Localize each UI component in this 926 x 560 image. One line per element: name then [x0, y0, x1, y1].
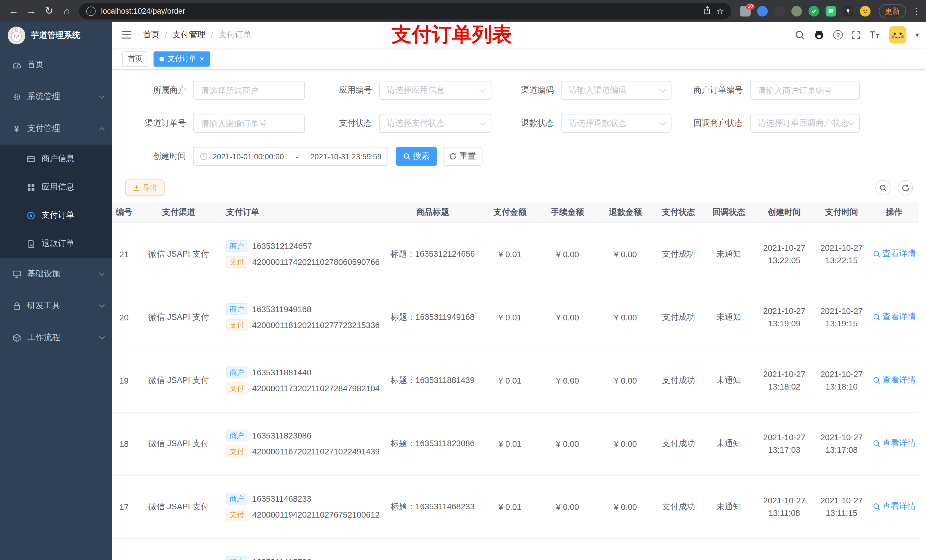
sidebar-collapse-icon[interactable] — [121, 30, 132, 39]
channel-order-no-input[interactable] — [193, 114, 305, 133]
merchant-filter-input[interactable] — [193, 81, 305, 100]
cell-id: 18 — [112, 412, 136, 475]
extension-chat-icon[interactable] — [826, 6, 836, 16]
share-icon[interactable] — [703, 6, 711, 16]
fullscreen-icon[interactable] — [852, 30, 861, 39]
avatar-dropdown-caret-icon[interactable]: ▾ — [915, 31, 919, 39]
breadcrumb-current: 支付订单 — [218, 30, 251, 40]
chevron-down-icon — [99, 93, 105, 99]
reload-icon: ↻ — [45, 5, 53, 16]
orders-table: 编号 支付渠道 支付订单 商品标题 支付金额 手续金额 退款金额 支付状态 回调… — [112, 202, 926, 560]
font-size-icon[interactable] — [869, 31, 880, 39]
cell-actions — [869, 538, 919, 560]
cell-pay-order: 商户1635311468233 支付4200001194202110276752… — [221, 475, 384, 538]
refresh-icon[interactable] — [897, 180, 913, 195]
cell-refund: ¥ 0.00 — [596, 412, 654, 475]
help-icon[interactable]: ? — [833, 30, 843, 39]
breadcrumb-home[interactable]: 首页 — [143, 30, 159, 40]
sidebar-item-system[interactable]: 系统管理 — [0, 81, 112, 113]
cell-fee: ¥ 0.00 — [539, 412, 596, 475]
cell-title — [384, 538, 481, 560]
toggle-search-icon[interactable] — [875, 180, 891, 195]
view-detail-link[interactable]: 查看详情 — [873, 438, 915, 448]
time: 13:18:10 — [814, 380, 869, 393]
grid-icon — [26, 183, 35, 192]
create-time-range-picker[interactable]: 2021-10-01 00:00:00 - 2021-10-31 23:59:5… — [193, 147, 388, 166]
tab-pay-order[interactable]: 支付订单 × — [153, 51, 210, 66]
sidebar-item-merchant-info[interactable]: 商户信息 — [0, 145, 112, 173]
sidebar-item-workflow[interactable]: 工作流程 — [0, 322, 112, 353]
tab-close-icon[interactable]: × — [200, 55, 204, 63]
merchant-order-no: 1635311881440 — [252, 368, 312, 377]
view-detail-label: 查看详情 — [883, 438, 916, 448]
notify-status-select[interactable]: 请选择订单回调商户状态 — [750, 114, 860, 133]
extension-face-icon[interactable] — [860, 6, 870, 16]
sidebar-item-infrastructure[interactable]: 基础设施 — [0, 258, 112, 290]
address-bar[interactable]: i localhost:1024/pay/order ☆ — [79, 3, 731, 19]
merchant-order-no-input[interactable] — [750, 81, 860, 100]
refund-status-select[interactable]: 请选择退款状态 — [561, 114, 672, 133]
cell-paid-time: 2021-10-2713:17:08 — [814, 412, 869, 475]
browser-back-button[interactable]: ← — [5, 3, 23, 19]
app-logo[interactable]: 芋道管理系统 — [0, 22, 112, 49]
sidebar-item-label: 基础设施 — [27, 269, 60, 279]
app-filter-select[interactable]: 请选择应用信息 — [379, 81, 492, 100]
sidebar-item-label: 首页 — [27, 59, 44, 70]
browser-reload-button[interactable]: ↻ — [40, 3, 58, 19]
reset-button[interactable]: 重置 — [443, 147, 483, 166]
bookmark-star-icon[interactable]: ☆ — [716, 6, 724, 16]
cell-fee: ¥ 0.00 — [539, 349, 596, 412]
tab-home[interactable]: 首页 — [122, 51, 148, 66]
browser-update-button[interactable]: 更新 — [879, 4, 906, 18]
select-placeholder: 请选择应用信息 — [387, 85, 480, 96]
cell-actions: 查看详情 — [869, 412, 919, 475]
breadcrumb-pay-management[interactable]: 支付管理 — [172, 30, 205, 40]
browser-menu-icon[interactable]: ⋮ — [912, 6, 921, 16]
merchant-order-no: 1635311468233 — [252, 494, 312, 503]
search-button[interactable]: 搜索 — [396, 147, 437, 166]
view-detail-link[interactable]: 查看详情 — [873, 501, 915, 512]
extension-check-icon[interactable] — [808, 6, 819, 16]
extension-olive-icon[interactable] — [791, 6, 802, 16]
merchant-order-no: 1635311823086 — [252, 431, 312, 440]
extension-drop-icon[interactable] — [757, 6, 768, 16]
browser-forward-button[interactable]: → — [23, 3, 40, 19]
pay-status-select[interactable]: 请选择支付状态 — [379, 114, 492, 133]
table-row: 20 微信 JSAPI 支付 商户1635311949168 支付4200001… — [112, 286, 919, 349]
sidebar-item-app-info[interactable]: 应用信息 — [0, 173, 112, 201]
cell-status: 支付成功 — [654, 412, 703, 475]
cell-actions: 查看详情 — [869, 286, 919, 349]
chevron-up-icon — [99, 127, 105, 133]
export-button-label: 导出 — [143, 183, 157, 193]
browser-home-button[interactable]: ⌂ — [58, 3, 76, 19]
extension-dark-icon[interactable] — [774, 6, 785, 16]
cell-created-time: 2021-10-2713:17:03 — [755, 412, 814, 475]
filter-row-3: 创建时间 2021-10-01 00:00:00 - 2021-10-31 23… — [112, 147, 926, 166]
view-detail-link[interactable]: 查看详情 — [873, 249, 915, 259]
sidebar-item-home[interactable]: 首页 — [0, 49, 112, 81]
channel-code-filter-select[interactable]: 请输入渠道编码 — [561, 81, 672, 100]
cell-notify: 未通知 — [703, 286, 755, 349]
github-icon[interactable] — [814, 30, 825, 40]
sidebar-item-pay-order[interactable]: 支付订单 — [0, 201, 112, 229]
sidebar-item-dev-tools[interactable]: 研发工具 — [0, 290, 112, 322]
chevron-down-icon — [659, 86, 666, 92]
sidebar-item-label: 支付管理 — [27, 123, 60, 134]
export-button[interactable]: 导出 — [125, 179, 165, 196]
cell-title: 标题：1635311823086 — [384, 412, 481, 475]
sidebar-item-payment[interactable]: ¥ 支付管理 — [0, 113, 112, 145]
cell-refund: ¥ 0.00 — [596, 349, 654, 412]
lock-icon — [12, 301, 21, 310]
cell-pay-order: 商户1635311823086 支付4200001167202110271022… — [221, 412, 384, 475]
user-avatar[interactable] — [889, 26, 906, 44]
search-icon[interactable] — [795, 30, 805, 40]
cell-fee: ¥ 0.00 — [539, 222, 596, 286]
site-info-icon[interactable]: i — [86, 6, 96, 16]
extension-puzzle-icon[interactable]: 10 — [740, 6, 750, 16]
column-header-created: 创建时间 — [755, 202, 814, 222]
view-detail-link[interactable]: 查看详情 — [873, 375, 915, 386]
sidebar-item-label: 研发工具 — [27, 300, 60, 311]
extension-pin-icon[interactable] — [843, 6, 853, 16]
sidebar-item-refund-order[interactable]: 退款订单 — [0, 229, 112, 258]
view-detail-link[interactable]: 查看详情 — [873, 312, 915, 322]
